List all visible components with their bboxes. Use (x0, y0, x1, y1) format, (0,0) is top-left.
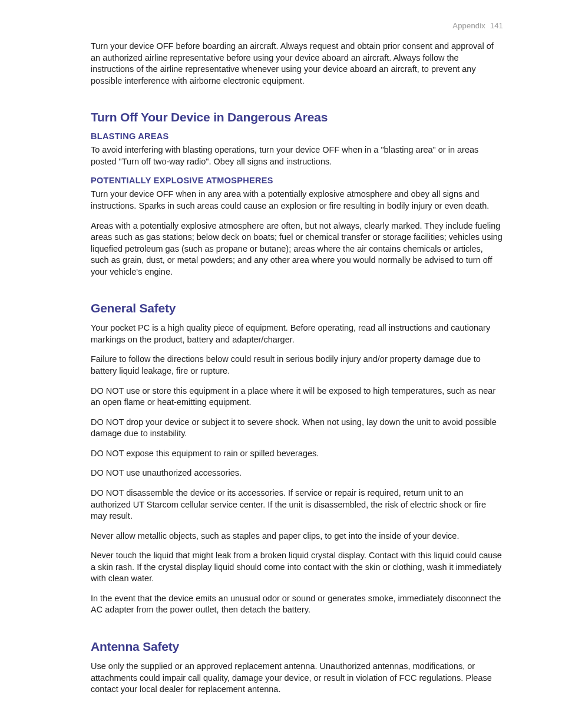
para-gs-3: DO NOT use or store this equipment in a … (91, 386, 503, 409)
intro-paragraph: Turn your device OFF before boarding an … (91, 41, 503, 87)
para-gs-1: Your pocket PC is a high quality piece o… (91, 322, 503, 345)
para-antenna: Use only the supplied or an approved rep… (91, 661, 503, 696)
para-gs-10: In the event that the device emits an un… (91, 593, 503, 616)
para-gs-9: Never touch the liquid that might leak f… (91, 550, 503, 585)
para-explosive-2: Areas with a potentially explosive atmos… (91, 220, 503, 278)
header-page-number: 141 (490, 21, 503, 30)
para-explosive-1: Turn your device OFF when in any area wi… (91, 189, 503, 212)
heading-general-safety: General Safety (91, 301, 503, 315)
page-container: Appendix 141 Turn your device OFF before… (0, 0, 562, 696)
para-blasting: To avoid interfering with blasting opera… (91, 144, 503, 167)
page-header: Appendix 141 (91, 21, 503, 30)
subheading-explosive-atmospheres: POTENTIALLY EXPLOSIVE ATMOSPHERES (91, 176, 503, 185)
para-gs-5: DO NOT expose this equipment to rain or … (91, 448, 503, 460)
para-gs-4: DO NOT drop your device or subject it to… (91, 417, 503, 440)
para-gs-2: Failure to follow the directions below c… (91, 354, 503, 377)
subheading-blasting-areas: BLASTING AREAS (91, 131, 503, 141)
heading-antenna-safety: Antenna Safety (91, 640, 503, 654)
header-section: Appendix (452, 21, 485, 30)
heading-dangerous-areas: Turn Off Your Device in Dangerous Areas (91, 110, 503, 124)
para-gs-6: DO NOT use unauthorized accessories. (91, 467, 503, 479)
para-gs-7: DO NOT disassemble the device or its acc… (91, 487, 503, 522)
para-gs-8: Never allow metallic objects, such as st… (91, 531, 503, 542)
